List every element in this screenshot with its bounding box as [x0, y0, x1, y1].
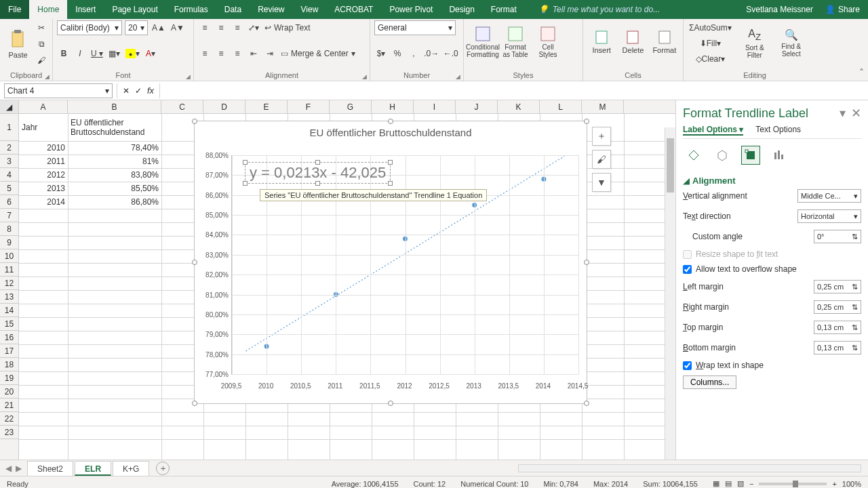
orientation-button[interactable]: ⤢▾ — [247, 20, 260, 35]
normal-view-icon[interactable]: ▦ — [713, 479, 719, 488]
text-direction-select[interactable]: Horizontal▾ — [797, 209, 861, 223]
row-header[interactable]: 18 — [0, 358, 18, 371]
zoom-level[interactable]: 100% — [842, 480, 861, 488]
cell[interactable]: Jahr — [19, 114, 68, 141]
comma-button[interactable]: , — [407, 46, 420, 61]
percent-button[interactable]: % — [391, 46, 404, 61]
column-header[interactable]: G — [330, 100, 372, 113]
tab-review[interactable]: Review — [250, 0, 292, 19]
column-header[interactable]: K — [498, 100, 540, 113]
overflow-checkbox[interactable] — [683, 265, 692, 274]
row-header[interactable]: 23 — [0, 426, 18, 439]
font-size-select[interactable]: 20▾ — [125, 20, 148, 35]
horizontal-scrollbar[interactable] — [518, 464, 861, 472]
page-break-view-icon[interactable]: ▧ — [737, 479, 744, 488]
conditional-formatting-button[interactable]: Conditional Formatting — [468, 20, 498, 64]
find-select-button[interactable]: 🔍Find & Select — [776, 22, 806, 65]
paste-button[interactable]: Paste — [4, 22, 32, 66]
cancel-formula-button[interactable]: ✕ — [123, 86, 130, 96]
increase-decimal-button[interactable]: .0→ — [423, 46, 440, 61]
align-right-button[interactable]: ≡ — [231, 46, 244, 61]
row-header[interactable]: 2 — [0, 141, 18, 155]
tab-home[interactable]: Home — [29, 0, 67, 19]
increase-indent-button[interactable]: ⇥ — [263, 46, 277, 61]
spreadsheet-grid[interactable]: ◢ ABCDEFGHIJKLM 123456789101112131415161… — [0, 100, 675, 460]
cell[interactable]: 2012 — [19, 168, 68, 182]
fill-color-button[interactable]: ⬥▾ — [124, 46, 141, 61]
add-sheet-button[interactable]: ＋ — [156, 462, 170, 475]
format-painter-button[interactable]: 🖌 — [35, 53, 48, 68]
fill-button[interactable]: ⬇ Fill ▾ — [688, 36, 733, 51]
font-color-button[interactable]: A▾ — [144, 46, 157, 61]
column-header[interactable]: H — [372, 100, 414, 113]
zoom-slider[interactable] — [759, 483, 827, 485]
sheet-tab-elr[interactable]: ELR — [75, 461, 111, 476]
tab-format[interactable]: Format — [483, 0, 525, 19]
custom-angle-input[interactable]: 0°⇅ — [814, 230, 861, 243]
row-header[interactable]: 13 — [0, 290, 18, 304]
column-header[interactable]: A — [19, 100, 68, 113]
row-header[interactable]: 10 — [0, 249, 18, 263]
label-options-icon[interactable] — [770, 146, 789, 165]
row-header[interactable]: 3 — [0, 155, 18, 168]
column-header[interactable]: B — [68, 100, 161, 113]
number-launcher-icon[interactable]: ◢ — [456, 73, 460, 80]
tab-formulas[interactable]: Formulas — [166, 0, 216, 19]
format-cells-button[interactable]: Format — [650, 20, 679, 64]
cell[interactable]: 2014 — [19, 195, 68, 209]
zoom-in-button[interactable]: + — [832, 480, 836, 488]
sheet-nav-next[interactable]: ▶ — [16, 464, 22, 473]
italic-button[interactable]: I — [73, 46, 87, 61]
bottom-margin-input[interactable]: 0,13 cm⇅ — [814, 341, 861, 354]
alignment-section-toggle[interactable]: ◢ Alignment — [683, 176, 861, 186]
chart-title[interactable]: EU öffentlicher Bruttoschuldenstand — [195, 121, 587, 141]
column-header[interactable]: M — [582, 100, 624, 113]
merge-center-button[interactable]: ▭ Merge & Center ▾ — [279, 46, 357, 61]
row-header[interactable]: 11 — [0, 263, 18, 277]
delete-cells-button[interactable]: Delete — [618, 20, 647, 64]
borders-button[interactable]: ▦▾ — [107, 46, 121, 61]
row-header[interactable]: 20 — [0, 385, 18, 399]
taskpane-close-icon[interactable]: ✕ — [851, 106, 861, 121]
alignment-launcher-icon[interactable]: ◢ — [362, 73, 367, 80]
tell-me-search[interactable]: 💡 Tell me what you want to do... — [538, 5, 660, 14]
underline-button[interactable]: U ▾ — [90, 46, 104, 61]
cell[interactable]: 2010 — [19, 141, 68, 155]
cell[interactable]: 2011 — [19, 155, 68, 168]
row-header[interactable]: 14 — [0, 304, 18, 317]
columns-button[interactable]: Columns... — [683, 375, 736, 389]
cell[interactable]: 86,80% — [68, 195, 161, 209]
wrap-text-checkbox[interactable] — [683, 361, 692, 370]
clear-button[interactable]: ◇ Clear ▾ — [688, 52, 733, 66]
vertical-scrollbar[interactable] — [665, 127, 675, 460]
user-name[interactable]: Svetlana Meissner — [746, 5, 813, 14]
enter-formula-button[interactable]: ✓ — [135, 86, 142, 96]
align-left-button[interactable]: ≡ — [198, 46, 212, 61]
row-header[interactable]: 5 — [0, 182, 18, 195]
valign-select[interactable]: Middle Ce...▾ — [797, 189, 861, 203]
decrease-decimal-button[interactable]: ←.0 — [443, 46, 460, 61]
fill-outline-icon[interactable] — [684, 146, 703, 165]
share-button[interactable]: 👤 Share — [825, 5, 860, 14]
insert-cells-button[interactable]: Insert — [587, 20, 616, 64]
row-header[interactable]: 6 — [0, 195, 18, 209]
cell-styles-button[interactable]: Cell Styles — [533, 20, 563, 64]
column-header[interactable]: I — [414, 100, 456, 113]
column-header[interactable]: D — [203, 100, 245, 113]
cell[interactable]: 83,80% — [68, 168, 161, 182]
column-header[interactable]: F — [288, 100, 330, 113]
chart-filter-button[interactable]: ▼ — [592, 173, 611, 192]
tab-data[interactable]: Data — [216, 0, 250, 19]
name-box[interactable]: Chart 4▾ — [4, 83, 113, 98]
tab-file[interactable]: File — [0, 0, 29, 19]
accounting-button[interactable]: $▾ — [374, 46, 388, 61]
shrink-font-button[interactable]: A▼ — [170, 20, 186, 35]
sheet-tab-kg[interactable]: K+G — [113, 461, 149, 476]
tab-insert[interactable]: Insert — [67, 0, 104, 19]
left-margin-input[interactable]: 0,25 cm⇅ — [814, 280, 861, 293]
zoom-out-button[interactable]: − — [749, 480, 753, 488]
sheet-nav-prev[interactable]: ◀ — [5, 464, 12, 473]
row-header[interactable]: 16 — [0, 331, 18, 344]
row-header[interactable]: 4 — [0, 168, 18, 182]
row-header[interactable]: 19 — [0, 371, 18, 385]
